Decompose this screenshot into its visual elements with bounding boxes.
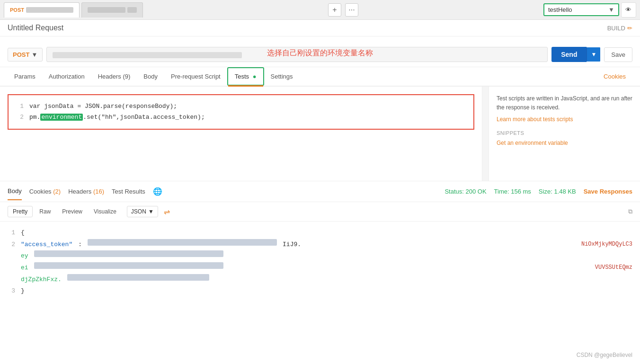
code-line-2-text: pm.environment.set("hh",jsonData.access_…: [29, 112, 205, 123]
res-tab-cookies[interactable]: Cookies (2): [29, 183, 61, 200]
env-selector[interactable]: testHello ▼: [543, 3, 619, 16]
json-line-3-prefix: ey: [21, 250, 28, 262]
line-number-1: 1: [16, 101, 24, 112]
edit-icon[interactable]: ✏: [627, 25, 632, 32]
format-type-label: JSON: [131, 208, 146, 215]
send-button[interactable]: Send: [551, 47, 587, 62]
code-environment-highlight: environment: [40, 114, 83, 121]
json-line-2: 2 "access_token" : IiJ9. NiOxMjkyMDQyLC3: [8, 239, 632, 251]
tab-params[interactable]: Params: [8, 68, 42, 85]
method-label: POST: [13, 51, 29, 58]
code-editor[interactable]: 1 var jsonData = JSON.parse(responseBody…: [8, 94, 474, 130]
tab-cookies[interactable]: Cookies: [597, 68, 632, 85]
tab-tests[interactable]: Tests ●: [227, 67, 264, 86]
res-tab-body[interactable]: Body: [8, 183, 22, 200]
json-line-num-2: 2: [8, 239, 15, 251]
send-arrow-button[interactable]: ▼: [587, 47, 600, 62]
snippet-env-variable[interactable]: Get an environment variable: [497, 140, 632, 146]
json-end-suffix: NiOxMjkyMDQyLC3: [581, 239, 632, 251]
res-tab-test-results[interactable]: Test Results: [112, 183, 145, 200]
json-line-6: 3 }: [8, 285, 632, 297]
snippets-label: SNIPPETS: [497, 130, 632, 136]
tests-label: Tests: [235, 73, 249, 80]
size-value: 1.48 KB: [554, 188, 576, 195]
env-eye-button[interactable]: 👁: [621, 2, 636, 18]
tab-actions: + ···: [328, 3, 358, 17]
format-bar: Pretty Raw Preview Visualize JSON ▼ ⇌ ⧉: [0, 202, 640, 222]
request-tab-2[interactable]: [81, 2, 143, 18]
json-line-3-blur: [34, 250, 223, 257]
request-tab-1[interactable]: POST: [4, 2, 80, 18]
format-type-arrow-icon: ▼: [148, 208, 154, 215]
size-label: Size: 1.48 KB: [539, 188, 576, 195]
env-annotation: 选择自己刚设置的环境变量名称: [267, 48, 373, 58]
request-title: Untitled Request: [8, 24, 604, 32]
json-line-num-5: [8, 274, 15, 286]
build-label: BUILD: [607, 25, 625, 32]
test-sidebar: Test scripts are written in JavaScript, …: [489, 87, 640, 181]
env-dropdown-icon: ▼: [608, 6, 614, 13]
copy-icon[interactable]: ⧉: [628, 208, 632, 215]
json-line-4-prefix: ei: [21, 262, 28, 274]
json-line-5-blur: [67, 274, 209, 281]
json-line-1: 1 {: [8, 227, 632, 239]
format-type-select[interactable]: JSON ▼: [127, 206, 158, 217]
request-header: Untitled Request BUILD ✏: [0, 20, 640, 36]
response-body-area: 1 { 2 "access_token" : IiJ9. NiOxMjkyMDQ…: [0, 222, 640, 326]
json-line-num-3: [8, 250, 15, 262]
sidebar-description: Test scripts are written in JavaScript, …: [497, 94, 632, 112]
status-label: Status: 200 OK: [444, 188, 486, 195]
json-line-num-4: [8, 262, 15, 274]
tab-headers[interactable]: Headers (9): [91, 68, 137, 85]
wrap-icon[interactable]: ⇌: [164, 207, 170, 216]
json-body: 1 { 2 "access_token" : IiJ9. NiOxMjkyMDQ…: [0, 222, 640, 303]
response-header: Body Cookies (2) Headers (16) Test Resul…: [0, 181, 640, 202]
code-line-1: 1 var jsonData = JSON.parse(responseBody…: [16, 101, 466, 112]
env-selector-wrapper: testHello ▼ 👁: [543, 2, 636, 18]
json-open-brace: {: [21, 227, 25, 239]
res-tab-headers[interactable]: Headers (16): [68, 183, 104, 200]
save-response-button[interactable]: Save Responses: [584, 188, 632, 195]
send-button-group: Send ▼: [551, 47, 600, 62]
format-preview-button[interactable]: Preview: [57, 206, 87, 217]
json-line-4: ei VUVSSUtEQmz: [8, 262, 632, 274]
status-value: 200 OK: [465, 188, 486, 195]
method-badge: POST: [10, 7, 24, 13]
json-line-num-6: 3: [8, 285, 15, 297]
format-pretty-button[interactable]: Pretty: [8, 206, 33, 217]
line-number-2: 2: [16, 112, 24, 123]
add-tab-button[interactable]: +: [328, 3, 341, 17]
tab-prerequest[interactable]: Pre-request Script: [164, 68, 227, 85]
request-tabs: Params Authorization Headers (9) Body Pr…: [0, 67, 640, 87]
tab-body[interactable]: Body: [137, 68, 164, 85]
more-tabs-button[interactable]: ···: [345, 3, 358, 17]
tab-authorization[interactable]: Authorization: [42, 68, 91, 85]
json-close-brace: }: [21, 285, 25, 297]
env-name: testHello: [548, 6, 572, 13]
json-line-5: djZpZkhFxz.: [8, 274, 632, 286]
tab-bar: POST + ··· testHello ▼ 👁: [0, 0, 640, 20]
json-line-5-prefix: djZpZkhFxz.: [21, 274, 62, 286]
json-access-token-value: [88, 239, 277, 246]
code-line-2: 2 pm.environment.set("hh",jsonData.acces…: [16, 112, 466, 123]
learn-more-link[interactable]: Learn more about tests scripts: [497, 116, 573, 123]
time-label: Time: 156 ms: [494, 188, 531, 195]
format-raw-button[interactable]: Raw: [35, 206, 55, 217]
json-line-num-1: 1: [8, 227, 15, 239]
eye-icon: 👁: [625, 6, 631, 13]
json-access-token-key: "access_token": [21, 239, 72, 251]
format-visualize-button[interactable]: Visualize: [89, 206, 121, 217]
json-colon-1: :: [78, 239, 82, 251]
json-line-4-blur: [34, 262, 223, 269]
json-line-3: ey: [8, 250, 632, 262]
code-pm: pm.: [29, 114, 40, 121]
main-content: 1 var jsonData = JSON.parse(responseBody…: [0, 87, 640, 181]
json-suffix-1: IiJ9.: [283, 239, 301, 251]
save-button[interactable]: Save: [604, 47, 632, 62]
editor-scrollbar: [482, 87, 489, 181]
tests-dot-icon: ●: [253, 73, 257, 80]
method-arrow-icon: ▼: [31, 51, 37, 58]
tab-settings[interactable]: Settings: [264, 68, 300, 85]
method-select[interactable]: POST ▼: [8, 48, 43, 62]
code-suffix: .set("hh",jsonData.access_token);: [83, 114, 204, 121]
